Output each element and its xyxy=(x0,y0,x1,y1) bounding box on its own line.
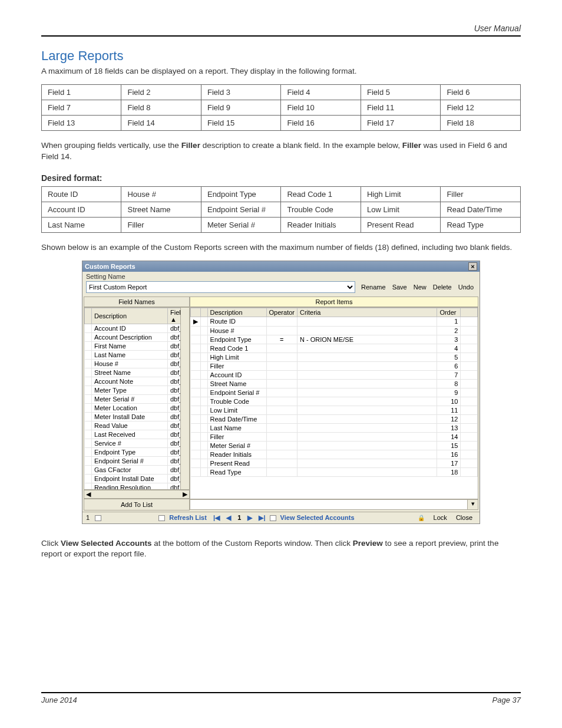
table-cell: Endpoint Serial # xyxy=(201,202,280,217)
pager-last-button[interactable]: ▶| xyxy=(256,514,267,521)
pager-prev-button[interactable]: ◀ xyxy=(224,514,233,521)
example-paragraph: Shown below is an example of the Custom … xyxy=(41,242,521,253)
pager-first-button[interactable]: |◀ xyxy=(211,514,222,521)
table-row[interactable]: Last Receiveddbf_ xyxy=(85,430,189,439)
table-cell: Read Type xyxy=(441,217,521,232)
chevron-down-icon[interactable]: ▾ xyxy=(467,500,478,509)
close-button[interactable]: Close xyxy=(452,514,476,521)
table-row[interactable]: Reading Resolutiondbf_ xyxy=(85,483,189,490)
setting-name-select[interactable]: First Custom Report xyxy=(86,281,355,293)
report-items-panel: Report Items Description Operator Criter… xyxy=(190,297,478,510)
pager-next-button[interactable]: ▶ xyxy=(245,514,254,521)
undo-button[interactable]: Undo xyxy=(456,284,476,291)
view-selected-accounts-button[interactable]: View Selected Accounts xyxy=(278,514,357,521)
col-criteria[interactable]: Criteria xyxy=(297,308,437,317)
table-cell: Field 11 xyxy=(361,100,440,115)
table-cell: Field 4 xyxy=(281,84,361,100)
table-cell: Low Limit xyxy=(361,202,440,217)
new-button[interactable]: New xyxy=(411,284,429,291)
table-row[interactable]: Account IDdbf_ xyxy=(85,324,189,332)
table-row[interactable]: Filler6 xyxy=(191,361,478,370)
section-title: Large Reports xyxy=(41,48,521,64)
table-row[interactable]: First Namedbf_ xyxy=(85,341,189,350)
table-row[interactable]: Gas CFactordbf_ xyxy=(85,465,189,474)
table-cell: Field 13 xyxy=(42,115,121,130)
table-row[interactable]: ▶ Route ID1 xyxy=(191,317,478,326)
filler-paragraph: When grouping fields vertically, use the… xyxy=(41,140,521,163)
closing-paragraph: Click View Selected Accounts at the bott… xyxy=(41,538,521,561)
table-row[interactable]: Street Namedbf_ xyxy=(85,368,189,377)
accounts-icon[interactable] xyxy=(270,515,276,521)
table-row[interactable]: Endpoint Install Datedbf_ xyxy=(85,474,189,483)
document-icon[interactable] xyxy=(95,515,101,521)
table-row[interactable]: Account Descriptiondbf_ xyxy=(85,332,189,341)
dialog-action-bar: 1 Refresh List |◀ ◀ 1 ▶ ▶| View Selected… xyxy=(82,512,480,523)
fields-format-table: Field 1Field 2Field 3Field 4Field 5Field… xyxy=(41,84,521,131)
table-row[interactable]: Meter Locationdbf_ xyxy=(85,403,189,412)
table-row[interactable]: Reader Initials16 xyxy=(191,450,478,459)
table-row[interactable]: Trouble Code10 xyxy=(191,397,478,406)
table-row[interactable]: Account Notedbf_ xyxy=(85,377,189,386)
close-icon[interactable]: × xyxy=(468,262,477,271)
table-row[interactable]: Read Date/Time12 xyxy=(191,414,478,423)
delete-button[interactable]: Delete xyxy=(431,284,454,291)
table-row[interactable]: Account ID7 xyxy=(191,370,478,379)
table-row[interactable]: Endpoint Typedbf_ xyxy=(85,447,189,456)
table-cell: Field 8 xyxy=(121,100,201,115)
rename-button[interactable]: Rename xyxy=(359,284,388,291)
table-row[interactable]: House #2 xyxy=(191,326,478,335)
table-cell: Field 14 xyxy=(121,115,201,130)
dialog-title: Custom Reports xyxy=(85,263,135,270)
lock-icon[interactable] xyxy=(414,514,428,521)
col-operator[interactable]: Operator xyxy=(266,308,297,317)
table-row[interactable]: Low Limit11 xyxy=(191,406,478,414)
report-items-table[interactable]: Description Operator Criteria Order ▶ Ro… xyxy=(190,308,478,477)
report-items-dropdown-row[interactable]: ▾ xyxy=(190,499,478,510)
table-row[interactable]: Endpoint Serial #9 xyxy=(191,388,478,397)
col-description[interactable]: Description xyxy=(207,308,266,317)
table-row[interactable]: Present Read17 xyxy=(191,459,478,467)
table-row[interactable]: House #dbf_ xyxy=(85,359,189,368)
table-row[interactable]: Meter Serial #15 xyxy=(191,441,478,450)
refresh-list-button[interactable]: Refresh List xyxy=(167,514,209,521)
table-row[interactable]: Filler14 xyxy=(191,432,478,441)
col-description[interactable]: Description xyxy=(92,308,168,324)
table-row[interactable]: Read Code 14 xyxy=(191,344,478,353)
toolbar-actions: Rename Save New Delete Undo xyxy=(359,284,476,291)
horizontal-scrollbar[interactable]: ◀▶ xyxy=(84,490,190,499)
table-row[interactable]: Meter Install Datedbf_ xyxy=(85,412,189,421)
table-row[interactable]: Meter Serial #dbf_ xyxy=(85,394,189,403)
table-row[interactable]: Endpoint Type=N - ORION ME/SE3 xyxy=(191,335,478,344)
lock-button[interactable]: Lock xyxy=(430,514,451,521)
col-order[interactable]: Order xyxy=(437,308,461,317)
table-row[interactable]: Last Namedbf_ xyxy=(85,350,189,359)
page-footer: June 2014 Page 37 xyxy=(41,692,521,704)
intro-paragraph: A maximum of 18 fields can be displayed … xyxy=(41,66,521,77)
field-names-table[interactable]: Description Field ▲ Account IDdbf_ Accou… xyxy=(84,308,189,490)
table-row[interactable]: Service #dbf_ xyxy=(85,439,189,447)
save-button[interactable]: Save xyxy=(390,284,409,291)
custom-reports-dialog: Custom Reports × Setting Name First Cust… xyxy=(82,261,480,524)
table-cell: Field 2 xyxy=(121,84,201,100)
desired-format-label: Desired format: xyxy=(41,173,521,183)
table-cell: Field 18 xyxy=(441,115,521,130)
report-items-header: Report Items xyxy=(190,297,478,307)
table-row[interactable]: High Limit5 xyxy=(191,353,478,361)
table-row[interactable]: Read Valuedbf_ xyxy=(85,421,189,430)
table-row[interactable]: Street Name8 xyxy=(191,379,478,388)
table-row[interactable]: Read Type18 xyxy=(191,467,478,476)
table-row[interactable]: Endpoint Serial #dbf_ xyxy=(85,456,189,465)
table-cell: Last Name xyxy=(42,217,121,232)
table-cell: Field 7 xyxy=(42,100,121,115)
table-cell: Route ID xyxy=(42,186,121,202)
vertical-scrollbar[interactable] xyxy=(180,308,189,489)
table-row[interactable]: Last Name13 xyxy=(191,423,478,432)
add-to-list-button[interactable]: Add To List xyxy=(84,499,190,510)
table-cell: Field 10 xyxy=(281,100,361,115)
table-cell: Meter Serial # xyxy=(201,217,280,232)
doc-title: User Manual xyxy=(474,24,521,33)
footer-date: June 2014 xyxy=(41,696,77,704)
right-actions: Lock Close xyxy=(414,514,477,521)
refresh-icon[interactable] xyxy=(158,515,165,521)
table-row[interactable]: Meter Typedbf_ xyxy=(85,386,189,394)
